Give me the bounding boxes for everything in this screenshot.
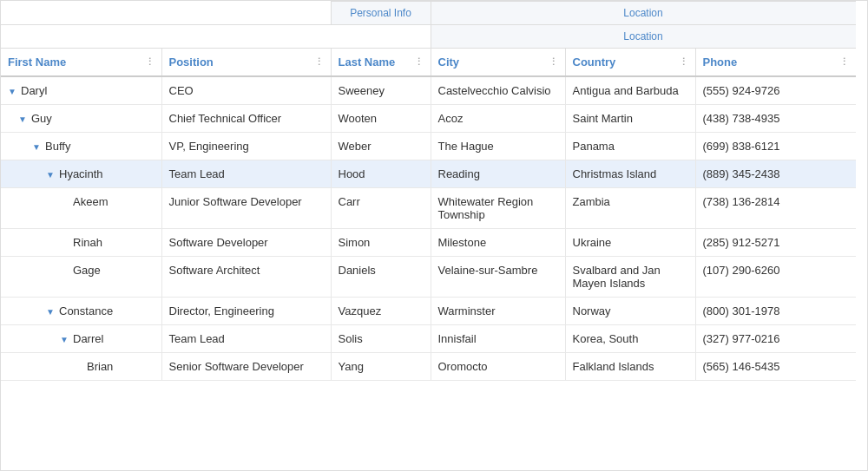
cell-country: Norway [565,298,695,325]
cell-position: Senior Software Developer [161,353,331,381]
col-header-position[interactable]: Position ⋮ [161,49,331,77]
location-sub-header: Location [431,25,856,49]
cell-position: Team Lead [161,325,331,353]
cell-position: Director, Engineering [161,298,331,325]
expand-icon[interactable]: ▼ [46,170,56,180]
cell-position: CEO [161,76,331,105]
cell-country: Antigua and Barbuda [565,76,695,105]
cell-city: The Hague [431,133,565,160]
table-row[interactable]: ▼BuffyVP, EngineeringWeberThe HaguePanam… [1,133,856,160]
group-empty-1 [1,2,161,25]
cell-country: Zambia [565,188,695,229]
table-row[interactable]: ▼ConstanceDirector, EngineeringVazquezWa… [1,298,856,325]
cell-city: Acoz [431,105,565,133]
cell-phone: (438) 738-4935 [695,105,856,133]
cell-phone: (555) 924-9726 [695,76,856,105]
cell-phone: (738) 136-2814 [695,188,856,229]
phone-menu-icon[interactable]: ⋮ [839,56,849,68]
country-menu-icon[interactable]: ⋮ [679,56,688,68]
cell-phone: (800) 301-1978 [695,298,856,325]
expand-icon[interactable]: ▼ [8,87,18,97]
firstname-value: Constance [59,304,113,317]
cell-city: Oromocto [431,353,565,381]
table-row[interactable]: AkeemJunior Software DeveloperCarrWhitew… [1,188,856,229]
cell-lastname: Wooten [331,105,431,133]
cell-country: Svalbard and Jan Mayen Islands [565,257,695,298]
cell-lastname: Vazquez [331,298,431,325]
cell-lastname: Weber [331,133,431,160]
cell-country: Panama [565,133,695,160]
col-header-city[interactable]: City ⋮ [431,49,565,77]
sub-empty-3 [331,25,431,49]
firstname-value: Akeem [73,195,108,208]
cell-country: Ukraine [565,229,695,257]
location-group-header: Location [431,2,856,25]
firstname-value: Hyacinth [59,167,103,180]
col-header-firstname[interactable]: First Name ⋮ [1,49,161,77]
cell-city: Castelvecchio Calvisio [431,76,565,105]
cell-lastname: Daniels [331,257,431,298]
lastname-menu-icon[interactable]: ⋮ [414,56,424,68]
cell-firstname: Akeem [1,188,161,229]
cell-position: Junior Software Developer [161,188,331,229]
sub-empty-1 [1,25,161,49]
table-row[interactable]: ▼DarrelTeam LeadSolisInnisfailKorea, Sou… [1,325,856,353]
cell-lastname: Simon [331,229,431,257]
cell-country: Falkland Islands [565,353,695,381]
expand-icon[interactable]: ▼ [18,114,29,125]
cell-phone: (285) 912-5271 [695,229,856,257]
cell-phone: (699) 838-6121 [695,133,856,160]
table-row[interactable]: GageSoftware ArchitectDanielsVelaine-sur… [1,257,856,298]
cell-city: Reading [431,160,565,188]
table-container: Personal Info Location Location First Na… [0,0,868,471]
table-row[interactable]: RinahSoftware DeveloperSimonMilestoneUkr… [1,229,856,257]
expand-icon[interactable]: ▼ [60,335,70,345]
table-row[interactable]: ▼HyacinthTeam LeadHoodReadingChristmas I… [1,160,856,188]
table-row[interactable]: ▼DarylCEOSweeneyCastelvecchio CalvisioAn… [1,76,856,105]
cell-firstname: ▼Guy [1,105,161,133]
col-header-lastname[interactable]: Last Name ⋮ [331,49,431,77]
table-row[interactable]: ▼GuyChief Technical OfficerWootenAcozSai… [1,105,856,133]
firstname-value: Brian [87,360,113,373]
cell-lastname: Hood [331,160,431,188]
cell-lastname: Yang [331,353,431,381]
sub-empty-2 [161,25,331,49]
firstname-value: Rinah [73,236,102,249]
group-empty-2 [161,2,331,25]
cell-position: Chief Technical Officer [161,105,331,133]
cell-country: Korea, South [565,325,695,353]
cell-phone: (889) 345-2438 [695,160,856,188]
sub-header-row: Location [1,25,856,49]
cell-lastname: Solis [331,325,431,353]
firstname-menu-icon[interactable]: ⋮ [145,56,155,68]
cell-phone: (107) 290-6260 [695,257,856,298]
position-menu-icon[interactable]: ⋮ [314,56,324,68]
expand-icon[interactable]: ▼ [32,142,43,153]
grid-wrapper[interactable]: Personal Info Location Location First Na… [1,1,856,471]
cell-phone: (565) 146-5435 [695,353,856,381]
cell-lastname: Carr [331,188,431,229]
city-menu-icon[interactable]: ⋮ [549,56,558,68]
cell-firstname: ▼Hyacinth [1,160,161,188]
cell-firstname: ▼Constance [1,298,161,325]
cell-country: Saint Martin [565,105,695,133]
cell-lastname: Sweeney [331,76,431,105]
firstname-value: Buffy [45,140,70,153]
firstname-value: Darrel [73,332,103,345]
cell-phone: (327) 977-0216 [695,325,856,353]
data-table: Personal Info Location Location First Na… [1,1,856,381]
cell-country: Christmas Island [565,160,695,188]
personal-info-header: Personal Info [331,2,431,25]
firstname-value: Guy [31,112,52,125]
expand-icon[interactable]: ▼ [46,307,56,317]
column-header-row: First Name ⋮ Position ⋮ Last Name [1,49,856,77]
cell-position: VP, Engineering [161,133,331,160]
cell-firstname: Rinah [1,229,161,257]
cell-position: Software Developer [161,229,331,257]
cell-city: Warminster [431,298,565,325]
col-header-country[interactable]: Country ⋮ [565,49,695,77]
cell-firstname: ▼Daryl [1,76,161,105]
table-row[interactable]: BrianSenior Software DeveloperYangOromoc… [1,353,856,381]
cell-firstname: Gage [1,257,161,298]
col-header-phone[interactable]: Phone ⋮ [695,49,856,77]
